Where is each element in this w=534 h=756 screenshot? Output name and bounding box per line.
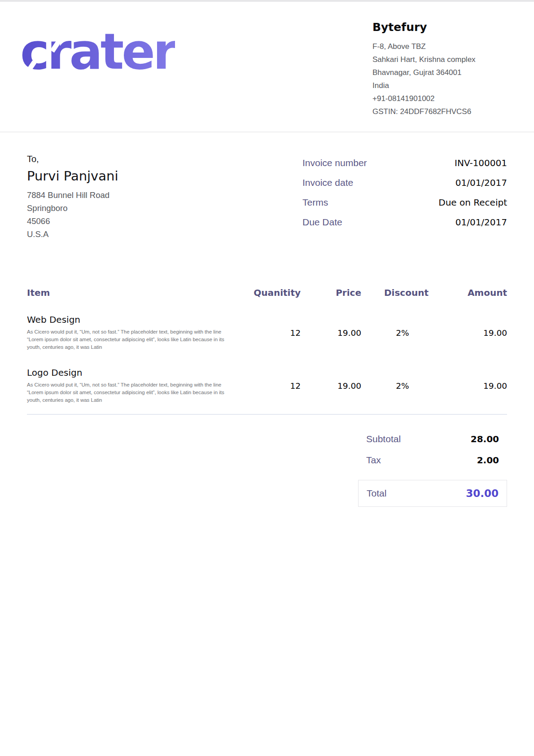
- total-label: Total: [367, 488, 386, 499]
- table-row: Logo Design As Cicero would put it, “Um,…: [27, 367, 507, 404]
- invoice-meta-block: Invoice number INV-100001 Invoice date 0…: [302, 154, 507, 241]
- tax-row: Tax 2.00: [358, 455, 507, 466]
- item-quantity: 12: [238, 328, 301, 338]
- company-name: Bytefury: [372, 21, 507, 34]
- grand-total-box: Total 30.00: [358, 480, 507, 507]
- item-discount: 2%: [361, 328, 429, 338]
- invoice-date-value: 01/01/2017: [455, 177, 507, 188]
- crater-logo-text: crater: [20, 27, 175, 76]
- invoice-date-label: Invoice date: [302, 177, 353, 188]
- customer-address-line: 7884 Bunnel Hill Road: [27, 189, 302, 202]
- company-address-line: Bhavnagar, Gujrat 364001: [372, 66, 507, 79]
- company-phone: +91-08141901002: [372, 92, 507, 105]
- item-name: Logo Design: [27, 367, 238, 378]
- due-date-label: Due Date: [302, 217, 342, 228]
- item-name: Web Design: [27, 314, 238, 325]
- quantity-column-header: Quanitity: [238, 287, 301, 298]
- company-gstin: GSTIN: 24DDF7682FHVCS6: [372, 105, 507, 118]
- company-address-line: F-8, Above TBZ: [372, 40, 507, 53]
- item-quantity: 12: [238, 381, 301, 391]
- item-price: 19.00: [301, 328, 361, 338]
- discount-column-header: Discount: [361, 287, 429, 298]
- subtotal-row: Subtotal 28.00: [358, 434, 507, 444]
- item-discount: 2%: [361, 381, 429, 391]
- amount-column-header: Amount: [429, 287, 507, 298]
- due-date-row: Due Date 01/01/2017: [302, 217, 507, 228]
- tax-label: Tax: [366, 455, 381, 466]
- invoice-number-row: Invoice number INV-100001: [302, 158, 507, 168]
- price-column-header: Price: [301, 287, 361, 298]
- company-address-line: India: [372, 79, 507, 92]
- items-table-header: Item Quanitity Price Discount Amount: [27, 287, 507, 298]
- invoice-number-value: INV-100001: [455, 158, 507, 168]
- item-price: 19.00: [301, 381, 361, 391]
- total-value: 30.00: [466, 488, 499, 499]
- item-description: As Cicero would put it, “Um, not so fast…: [27, 328, 230, 351]
- customer-address-line: U.S.A: [27, 228, 302, 241]
- item-cell: Logo Design As Cicero would put it, “Um,…: [27, 367, 238, 404]
- bill-to-block: To, Purvi Panjvani 7884 Bunnel Hill Road…: [27, 154, 302, 241]
- invoice-page: crater Bytefury F-8, Above TBZ Sahkari H…: [0, 0, 534, 756]
- item-amount: 19.00: [429, 328, 507, 338]
- item-cell: Web Design As Cicero would put it, “Um, …: [27, 314, 238, 351]
- billing-and-meta-section: To, Purvi Panjvani 7884 Bunnel Hill Road…: [0, 154, 534, 241]
- items-divider: [27, 414, 507, 415]
- bill-to-label: To,: [27, 154, 302, 164]
- item-amount: 19.00: [429, 381, 507, 391]
- invoice-number-label: Invoice number: [302, 158, 367, 168]
- terms-value: Due on Receipt: [438, 197, 507, 208]
- invoice-date-row: Invoice date 01/01/2017: [302, 177, 507, 188]
- company-info: Bytefury F-8, Above TBZ Sahkari Hart, Kr…: [372, 20, 507, 118]
- subtotal-label: Subtotal: [366, 434, 401, 444]
- customer-address-line: 45066: [27, 215, 302, 228]
- due-date-value: 01/01/2017: [455, 217, 507, 228]
- customer-address-line: Springboro: [27, 202, 302, 215]
- terms-label: Terms: [302, 197, 328, 208]
- tax-value: 2.00: [477, 455, 499, 466]
- table-row: Web Design As Cicero would put it, “Um, …: [27, 314, 507, 351]
- totals-block: Subtotal 28.00 Tax 2.00 Total 30.00: [358, 434, 507, 507]
- subtotal-value: 28.00: [471, 434, 499, 444]
- company-address-line: Sahkari Hart, Krishna complex: [372, 53, 507, 66]
- item-description: As Cicero would put it, “Um, not so fast…: [27, 381, 230, 404]
- customer-name: Purvi Panjvani: [27, 168, 302, 184]
- item-column-header: Item: [27, 287, 238, 298]
- terms-row: Terms Due on Receipt: [302, 197, 507, 208]
- items-section: Item Quanitity Price Discount Amount Web…: [0, 287, 534, 507]
- invoice-header: crater Bytefury F-8, Above TBZ Sahkari H…: [0, 2, 534, 132]
- crater-logo: crater: [20, 27, 175, 76]
